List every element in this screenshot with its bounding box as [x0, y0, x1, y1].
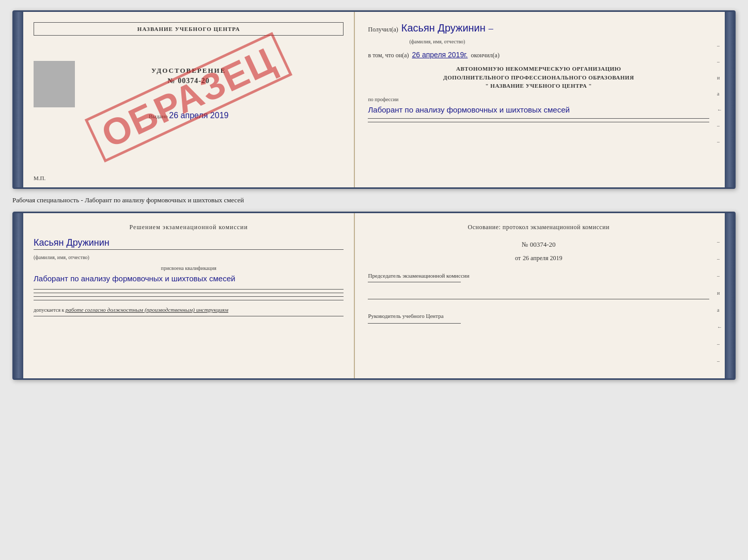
chairman-label: Председатель экзаменационной комиссии	[368, 273, 709, 279]
issued-date-value: 26 апреля 2019	[169, 111, 228, 120]
completion-date: 26 апреля 2019г.	[412, 51, 467, 59]
director-label: Руководитель учебного Центра	[368, 313, 709, 319]
certificate-label: УДОСТОВЕРЕНИЕ	[34, 67, 344, 75]
profession-label: по профессии	[368, 97, 709, 102]
mp-label: М.П.	[34, 175, 45, 181]
qualification-value: Лаборант по анализу формовочных и шихтов…	[34, 273, 344, 284]
protocol-date-prefix: от	[515, 254, 521, 262]
protocol-number: № 00374-20	[368, 239, 709, 249]
allowed-value: работе согласно должностным (производств…	[66, 307, 228, 313]
book-spine-left	[14, 12, 23, 187]
profession-value: Лаборант по анализу формовочных и шихтов…	[368, 104, 709, 115]
recipient-name: Касьян Дружинин	[401, 22, 486, 34]
top-right-page: Получил(а) Касьян Дружинин – (фамилия, и…	[355, 12, 725, 187]
issued-date: Выдано 26 апреля 2019	[34, 111, 344, 120]
org-block: АВТОНОМНУЮ НЕКОММЕРЧЕСКУЮ ОРГАНИЗАЦИЮ ДО…	[368, 65, 709, 90]
photo-placeholder	[34, 61, 75, 107]
bottom-right-page: Основание: протокол экзаменационной коми…	[355, 213, 725, 378]
title-box: НАЗВАНИЕ УЧЕБНОГО ЦЕНТРА	[34, 22, 344, 36]
decision-label: Решением экзаменационной комиссии	[34, 223, 344, 231]
recipient-subtitle: (фамилия, имя, отчество)	[409, 39, 465, 44]
separator-text: Рабочая специальность - Лаборант по анал…	[12, 194, 736, 206]
completion-line: в том, что он(а) 26 апреля 2019г. окончи…	[368, 51, 709, 59]
org-line2: ДОПОЛНИТЕЛЬНОГО ПРОФЕССИОНАЛЬНОГО ОБРАЗО…	[368, 73, 709, 82]
bottom-certificate-book: Решением экзаменационной комиссии Касьян…	[12, 212, 736, 380]
protocol-date-line: от 26 апреля 2019	[368, 253, 709, 262]
protocol-date: 26 апреля 2019	[523, 254, 562, 262]
received-label: Получил(а)	[368, 26, 398, 34]
top-certificate-book: НАЗВАНИЕ УЧЕБНОГО ЦЕНТРА ОБРАЗЕЦ УДОСТОВ…	[12, 10, 736, 189]
watermark: ОБРАЗЕЦ	[85, 32, 292, 163]
title-box-text: НАЗВАНИЕ УЧЕБНОГО ЦЕНТРА	[137, 26, 240, 32]
bottom-person-subtitle: (фамилия, имя, отчество)	[34, 254, 89, 260]
qualification-label: присвоена квалификация	[34, 265, 344, 271]
bottom-left-page: Решением экзаменационной комиссии Касьян…	[23, 213, 355, 378]
bottom-spine-right	[725, 213, 734, 378]
book-spine-right	[725, 12, 734, 187]
completed-label: окончил(а)	[471, 52, 499, 59]
basis-label: Основание: протокол экзаменационной коми…	[368, 223, 709, 231]
bottom-right-side-marks: – – – и а ← – –	[717, 239, 722, 364]
org-line1: АВТОНОМНУЮ НЕКОММЕРЧЕСКУЮ ОРГАНИЗАЦИЮ	[368, 65, 709, 73]
in-that-label: в том, что он(а)	[368, 52, 409, 59]
document-container: НАЗВАНИЕ УЧЕБНОГО ЦЕНТРА ОБРАЗЕЦ УДОСТОВ…	[12, 10, 736, 380]
issued-label: Выдано	[149, 113, 168, 119]
right-side-marks: – – и а ← – –	[717, 43, 722, 145]
top-left-page: НАЗВАНИЕ УЧЕБНОГО ЦЕНТРА ОБРАЗЕЦ УДОСТОВ…	[23, 12, 355, 187]
org-line3: " НАЗВАНИЕ УЧЕБНОГО ЦЕНТРА "	[368, 82, 709, 90]
certificate-number: № 00374-20	[34, 77, 344, 85]
allowed-label: допускается к работе согласно должностны…	[34, 307, 344, 313]
bottom-person-name: Касьян Дружинин	[34, 237, 344, 248]
received-line: Получил(а) Касьян Дружинин –	[368, 22, 709, 34]
bottom-spine-left	[14, 213, 23, 378]
